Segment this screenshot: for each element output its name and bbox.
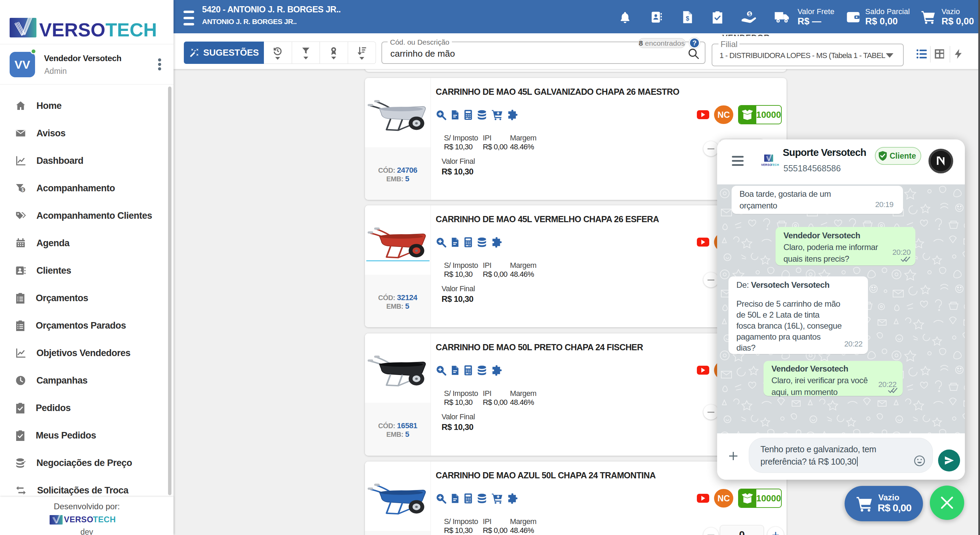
svg-text:VERSO: VERSO bbox=[64, 515, 94, 524]
svg-text:$: $ bbox=[686, 15, 689, 22]
svg-text:$: $ bbox=[22, 187, 24, 192]
svg-text:VERSO: VERSO bbox=[39, 19, 105, 38]
svg-text:$: $ bbox=[748, 11, 751, 17]
svg-text:VERSO: VERSO bbox=[761, 163, 772, 167]
svg-text:TECH: TECH bbox=[93, 515, 116, 524]
svg-text:TECH: TECH bbox=[105, 19, 157, 38]
svg-text:TECH: TECH bbox=[771, 163, 779, 167]
